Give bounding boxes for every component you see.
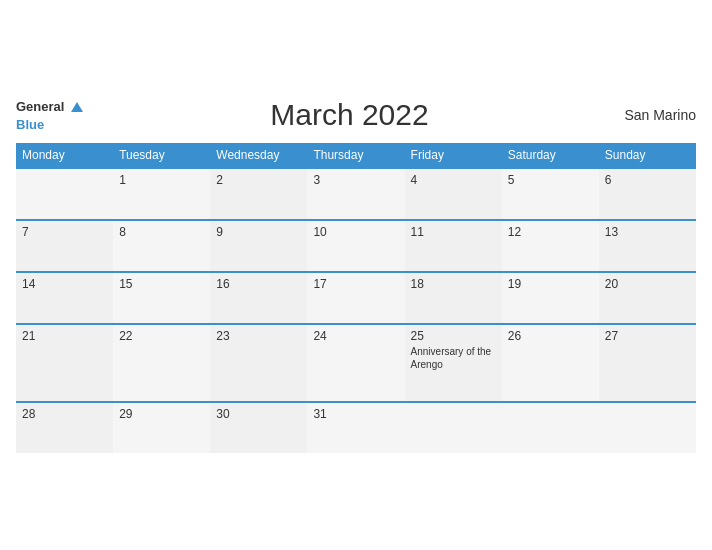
weekday-header-monday: Monday	[16, 143, 113, 168]
day-number: 29	[119, 407, 204, 421]
calendar-cell-w0-d1: 1	[113, 168, 210, 220]
weekday-header-sunday: Sunday	[599, 143, 696, 168]
day-number: 24	[313, 329, 398, 343]
weekday-header-saturday: Saturday	[502, 143, 599, 168]
weekday-header-wednesday: Wednesday	[210, 143, 307, 168]
calendar-tbody: 1234567891011121314151617181920212223242…	[16, 168, 696, 453]
calendar-cell-w0-d4: 4	[405, 168, 502, 220]
calendar-cell-w3-d1: 22	[113, 324, 210, 402]
day-number: 19	[508, 277, 593, 291]
logo-area: General Blue	[16, 97, 83, 133]
calendar-cell-w0-d0	[16, 168, 113, 220]
weekday-header-row: MondayTuesdayWednesdayThursdayFridaySatu…	[16, 143, 696, 168]
day-number: 9	[216, 225, 301, 239]
calendar-cell-w4-d1: 29	[113, 402, 210, 453]
calendar-cell-w1-d6: 13	[599, 220, 696, 272]
day-number: 8	[119, 225, 204, 239]
calendar-cell-w1-d0: 7	[16, 220, 113, 272]
calendar-cell-w2-d5: 19	[502, 272, 599, 324]
day-number: 12	[508, 225, 593, 239]
day-number: 26	[508, 329, 593, 343]
calendar-cell-w3-d3: 24	[307, 324, 404, 402]
calendar-cell-w1-d3: 10	[307, 220, 404, 272]
week-row-3: 2122232425Anniversary of the Arengo2627	[16, 324, 696, 402]
calendar-cell-w0-d3: 3	[307, 168, 404, 220]
logo-triangle-icon	[71, 102, 83, 112]
day-number: 14	[22, 277, 107, 291]
logo-general-text: General	[16, 99, 64, 114]
calendar-cell-w4-d0: 28	[16, 402, 113, 453]
week-row-0: 123456	[16, 168, 696, 220]
calendar-cell-w0-d2: 2	[210, 168, 307, 220]
calendar-thead: MondayTuesdayWednesdayThursdayFridaySatu…	[16, 143, 696, 168]
day-number: 27	[605, 329, 690, 343]
calendar-cell-w3-d6: 27	[599, 324, 696, 402]
calendar-title: March 2022	[83, 98, 616, 132]
day-number: 25	[411, 329, 496, 343]
calendar-cell-w1-d1: 8	[113, 220, 210, 272]
calendar-cell-w4-d3: 31	[307, 402, 404, 453]
calendar-cell-w0-d6: 6	[599, 168, 696, 220]
day-number: 2	[216, 173, 301, 187]
calendar-cell-w0-d5: 5	[502, 168, 599, 220]
calendar-header: General Blue March 2022 San Marino	[16, 97, 696, 133]
calendar-cell-w2-d6: 20	[599, 272, 696, 324]
calendar-cell-w1-d5: 12	[502, 220, 599, 272]
calendar-cell-w4-d6	[599, 402, 696, 453]
day-number: 15	[119, 277, 204, 291]
calendar-grid: MondayTuesdayWednesdayThursdayFridaySatu…	[16, 143, 696, 453]
day-number: 23	[216, 329, 301, 343]
day-number: 4	[411, 173, 496, 187]
calendar-wrapper: General Blue March 2022 San Marino Monda…	[6, 87, 706, 463]
calendar-cell-w2-d2: 16	[210, 272, 307, 324]
calendar-cell-w3-d5: 26	[502, 324, 599, 402]
calendar-cell-w3-d4: 25Anniversary of the Arengo	[405, 324, 502, 402]
calendar-cell-w2-d4: 18	[405, 272, 502, 324]
day-number: 13	[605, 225, 690, 239]
week-row-1: 78910111213	[16, 220, 696, 272]
day-number: 18	[411, 277, 496, 291]
calendar-cell-w2-d1: 15	[113, 272, 210, 324]
day-number: 20	[605, 277, 690, 291]
calendar-cell-w2-d3: 17	[307, 272, 404, 324]
day-number: 1	[119, 173, 204, 187]
calendar-cell-w1-d4: 11	[405, 220, 502, 272]
day-number: 16	[216, 277, 301, 291]
country-name: San Marino	[616, 107, 696, 123]
week-row-2: 14151617181920	[16, 272, 696, 324]
day-number: 21	[22, 329, 107, 343]
calendar-cell-w4-d4	[405, 402, 502, 453]
weekday-header-friday: Friday	[405, 143, 502, 168]
week-row-4: 28293031	[16, 402, 696, 453]
calendar-cell-w1-d2: 9	[210, 220, 307, 272]
logo-general-line: General	[16, 97, 83, 115]
day-number: 28	[22, 407, 107, 421]
calendar-cell-w3-d0: 21	[16, 324, 113, 402]
day-number: 31	[313, 407, 398, 421]
weekday-header-tuesday: Tuesday	[113, 143, 210, 168]
day-number: 10	[313, 225, 398, 239]
weekday-header-thursday: Thursday	[307, 143, 404, 168]
logo-blue-text: Blue	[16, 117, 44, 132]
day-number: 17	[313, 277, 398, 291]
day-number: 7	[22, 225, 107, 239]
calendar-cell-w4-d2: 30	[210, 402, 307, 453]
day-number: 30	[216, 407, 301, 421]
day-number: 22	[119, 329, 204, 343]
day-number: 3	[313, 173, 398, 187]
day-number: 11	[411, 225, 496, 239]
day-event: Anniversary of the Arengo	[411, 345, 496, 371]
day-number: 5	[508, 173, 593, 187]
calendar-cell-w3-d2: 23	[210, 324, 307, 402]
day-number: 6	[605, 173, 690, 187]
calendar-cell-w4-d5	[502, 402, 599, 453]
calendar-cell-w2-d0: 14	[16, 272, 113, 324]
